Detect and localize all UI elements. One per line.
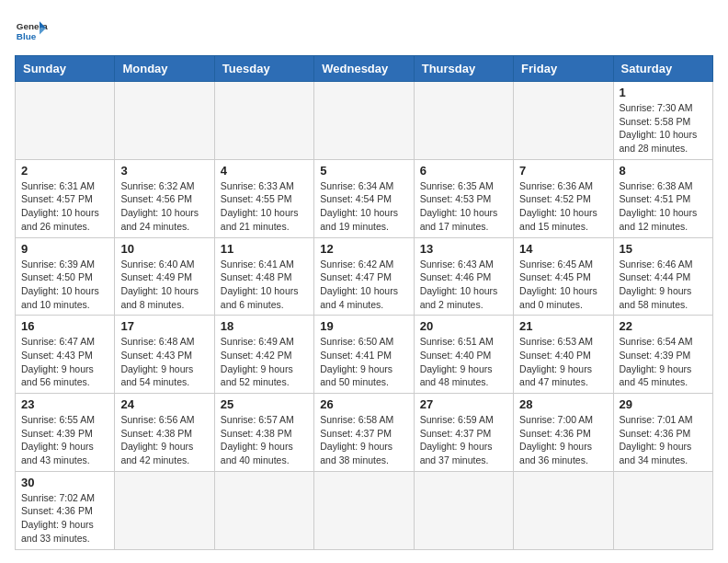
day-info: Sunrise: 6:42 AM Sunset: 4:47 PM Dayligh… — [320, 258, 407, 312]
day-info: Sunrise: 6:43 AM Sunset: 4:46 PM Dayligh… — [420, 258, 507, 312]
calendar-cell — [314, 471, 414, 549]
day-number: 30 — [21, 476, 108, 489]
calendar-cell: 10Sunrise: 6:40 AM Sunset: 4:49 PM Dayli… — [115, 237, 214, 316]
calendar-cell — [414, 82, 513, 160]
day-number: 21 — [519, 319, 607, 333]
calendar-cell: 6Sunrise: 6:35 AM Sunset: 4:53 PM Daylig… — [414, 159, 513, 237]
calendar-cell: 25Sunrise: 6:57 AM Sunset: 4:38 PM Dayli… — [214, 394, 313, 472]
calendar-cell: 8Sunrise: 6:38 AM Sunset: 4:51 PM Daylig… — [613, 159, 712, 237]
day-number: 11 — [221, 242, 308, 256]
calendar-cell: 26Sunrise: 6:58 AM Sunset: 4:37 PM Dayli… — [314, 394, 414, 472]
calendar-cell — [613, 471, 712, 549]
calendar-cell: 17Sunrise: 6:48 AM Sunset: 4:43 PM Dayli… — [115, 316, 214, 394]
svg-text:Blue: Blue — [17, 31, 37, 41]
day-number: 14 — [519, 242, 607, 256]
day-number: 2 — [21, 164, 108, 178]
day-number: 5 — [320, 164, 407, 178]
calendar-cell — [115, 82, 214, 160]
day-number: 26 — [320, 397, 407, 411]
page-header: General Blue — [15, 15, 713, 48]
day-number: 17 — [120, 319, 208, 333]
day-info: Sunrise: 6:51 AM Sunset: 4:40 PM Dayligh… — [420, 335, 507, 389]
calendar-week-row: 30Sunrise: 7:02 AM Sunset: 4:36 PM Dayli… — [16, 471, 713, 549]
day-header-monday: Monday — [115, 56, 214, 82]
calendar-cell: 22Sunrise: 6:54 AM Sunset: 4:39 PM Dayli… — [613, 316, 712, 394]
day-number: 20 — [420, 319, 507, 333]
calendar-cell — [16, 82, 115, 160]
calendar-table: SundayMondayTuesdayWednesdayThursdayFrid… — [15, 55, 713, 550]
day-header-wednesday: Wednesday — [314, 56, 414, 82]
calendar-cell: 12Sunrise: 6:42 AM Sunset: 4:47 PM Dayli… — [314, 237, 414, 316]
calendar-cell: 30Sunrise: 7:02 AM Sunset: 4:36 PM Dayli… — [16, 471, 115, 549]
calendar-cell: 9Sunrise: 6:39 AM Sunset: 4:50 PM Daylig… — [16, 237, 115, 316]
calendar-cell — [115, 471, 214, 549]
day-info: Sunrise: 6:34 AM Sunset: 4:54 PM Dayligh… — [320, 179, 407, 234]
day-number: 8 — [620, 164, 707, 178]
calendar-cell — [314, 82, 414, 160]
day-number: 13 — [420, 242, 507, 256]
day-info: Sunrise: 6:56 AM Sunset: 4:38 PM Dayligh… — [120, 413, 208, 467]
calendar-cell — [214, 82, 313, 160]
day-header-saturday: Saturday — [613, 56, 712, 82]
calendar-cell: 1Sunrise: 7:30 AM Sunset: 5:58 PM Daylig… — [613, 82, 712, 160]
calendar-cell: 23Sunrise: 6:55 AM Sunset: 4:39 PM Dayli… — [16, 394, 115, 472]
day-number: 19 — [320, 319, 407, 333]
day-header-friday: Friday — [514, 56, 613, 82]
day-number: 27 — [420, 397, 507, 411]
day-info: Sunrise: 6:33 AM Sunset: 4:55 PM Dayligh… — [221, 179, 308, 234]
logo: General Blue — [15, 15, 48, 48]
day-number: 25 — [221, 397, 308, 411]
calendar-cell: 27Sunrise: 6:59 AM Sunset: 4:37 PM Dayli… — [414, 394, 513, 472]
calendar-cell — [214, 471, 313, 549]
day-number: 12 — [320, 242, 407, 256]
day-info: Sunrise: 7:01 AM Sunset: 4:36 PM Dayligh… — [620, 413, 707, 467]
day-number: 28 — [519, 397, 607, 411]
day-info: Sunrise: 6:35 AM Sunset: 4:53 PM Dayligh… — [420, 179, 507, 234]
day-info: Sunrise: 6:47 AM Sunset: 4:43 PM Dayligh… — [21, 335, 108, 389]
calendar-cell — [514, 82, 613, 160]
calendar-cell: 7Sunrise: 6:36 AM Sunset: 4:52 PM Daylig… — [514, 159, 613, 237]
day-info: Sunrise: 6:36 AM Sunset: 4:52 PM Dayligh… — [519, 179, 607, 234]
calendar-cell: 21Sunrise: 6:53 AM Sunset: 4:40 PM Dayli… — [514, 316, 613, 394]
day-info: Sunrise: 6:48 AM Sunset: 4:43 PM Dayligh… — [120, 335, 208, 389]
day-number: 29 — [620, 397, 707, 411]
calendar-cell: 5Sunrise: 6:34 AM Sunset: 4:54 PM Daylig… — [314, 159, 414, 237]
calendar-cell: 11Sunrise: 6:41 AM Sunset: 4:48 PM Dayli… — [214, 237, 313, 316]
day-info: Sunrise: 6:57 AM Sunset: 4:38 PM Dayligh… — [221, 413, 308, 467]
day-header-tuesday: Tuesday — [214, 56, 313, 82]
calendar-cell: 2Sunrise: 6:31 AM Sunset: 4:57 PM Daylig… — [16, 159, 115, 237]
day-number: 16 — [21, 319, 108, 333]
calendar-cell: 3Sunrise: 6:32 AM Sunset: 4:56 PM Daylig… — [115, 159, 214, 237]
day-number: 3 — [120, 164, 208, 178]
day-number: 10 — [120, 242, 208, 256]
calendar-week-row: 1Sunrise: 7:30 AM Sunset: 5:58 PM Daylig… — [16, 82, 713, 160]
day-info: Sunrise: 6:38 AM Sunset: 4:51 PM Dayligh… — [620, 179, 707, 234]
calendar-header-row: SundayMondayTuesdayWednesdayThursdayFrid… — [16, 56, 713, 82]
calendar-week-row: 16Sunrise: 6:47 AM Sunset: 4:43 PM Dayli… — [16, 316, 713, 394]
day-info: Sunrise: 7:30 AM Sunset: 5:58 PM Dayligh… — [620, 101, 707, 155]
day-info: Sunrise: 6:32 AM Sunset: 4:56 PM Dayligh… — [120, 179, 208, 234]
day-info: Sunrise: 6:55 AM Sunset: 4:39 PM Dayligh… — [21, 413, 108, 467]
calendar-cell: 18Sunrise: 6:49 AM Sunset: 4:42 PM Dayli… — [214, 316, 313, 394]
day-info: Sunrise: 6:46 AM Sunset: 4:44 PM Dayligh… — [620, 258, 707, 312]
calendar-cell: 29Sunrise: 7:01 AM Sunset: 4:36 PM Dayli… — [613, 394, 712, 472]
day-info: Sunrise: 7:02 AM Sunset: 4:36 PM Dayligh… — [21, 491, 108, 546]
calendar-cell: 13Sunrise: 6:43 AM Sunset: 4:46 PM Dayli… — [414, 237, 513, 316]
calendar-week-row: 2Sunrise: 6:31 AM Sunset: 4:57 PM Daylig… — [16, 159, 713, 237]
calendar-cell: 4Sunrise: 6:33 AM Sunset: 4:55 PM Daylig… — [214, 159, 313, 237]
day-info: Sunrise: 7:00 AM Sunset: 4:36 PM Dayligh… — [519, 413, 607, 467]
day-header-sunday: Sunday — [16, 56, 115, 82]
calendar-week-row: 23Sunrise: 6:55 AM Sunset: 4:39 PM Dayli… — [16, 394, 713, 472]
calendar-cell: 20Sunrise: 6:51 AM Sunset: 4:40 PM Dayli… — [414, 316, 513, 394]
day-info: Sunrise: 6:59 AM Sunset: 4:37 PM Dayligh… — [420, 413, 507, 467]
day-info: Sunrise: 6:50 AM Sunset: 4:41 PM Dayligh… — [320, 335, 407, 389]
day-number: 6 — [420, 164, 507, 178]
day-number: 23 — [21, 397, 108, 411]
day-number: 15 — [620, 242, 707, 256]
day-info: Sunrise: 6:41 AM Sunset: 4:48 PM Dayligh… — [221, 258, 308, 312]
calendar-week-row: 9Sunrise: 6:39 AM Sunset: 4:50 PM Daylig… — [16, 237, 713, 316]
day-info: Sunrise: 6:39 AM Sunset: 4:50 PM Dayligh… — [21, 258, 108, 312]
calendar-cell — [414, 471, 513, 549]
day-number: 18 — [221, 319, 308, 333]
day-info: Sunrise: 6:45 AM Sunset: 4:45 PM Dayligh… — [519, 258, 607, 312]
